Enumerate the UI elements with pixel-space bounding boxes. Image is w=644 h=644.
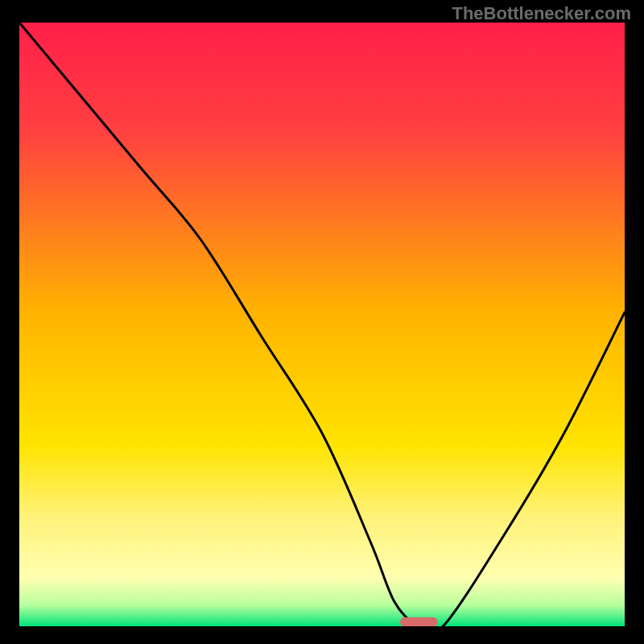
highlight-pill <box>400 617 438 626</box>
plot-area <box>19 23 625 626</box>
chart-frame: TheBottlenecker.com <box>0 0 644 644</box>
gradient-background <box>19 23 625 626</box>
chart-svg <box>19 23 625 626</box>
watermark-text: TheBottlenecker.com <box>452 3 631 24</box>
